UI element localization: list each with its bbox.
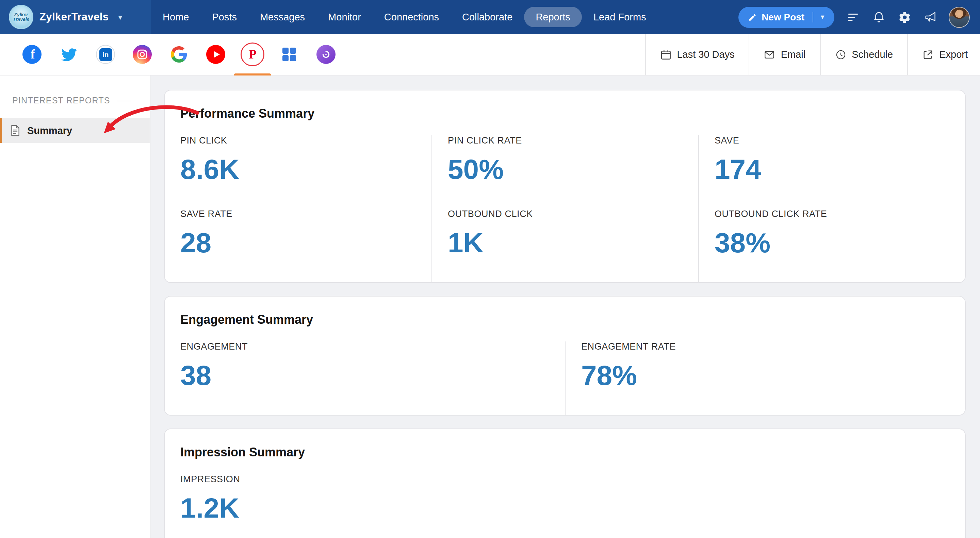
metric-pin-click-rate: PIN CLICK RATE 50% — [431, 135, 698, 209]
metric-value: 1.2K — [180, 492, 958, 524]
sidebar-item-label: Summary — [27, 125, 72, 136]
metric-engagement-rate: ENGAGEMENT RATE 78% — [565, 341, 965, 415]
brand-name: ZylkerTravels — [40, 11, 108, 23]
metric-label: PIN CLICK RATE — [448, 135, 692, 146]
metric-label: SAVE RATE — [180, 209, 425, 219]
metric-value: 78% — [581, 359, 958, 392]
metrics-grid: PIN CLICK 8.6K PIN CLICK RATE 50% SAVE 1… — [165, 135, 965, 282]
metric-label: SAVE — [714, 135, 958, 146]
nav-item-home[interactable]: Home — [151, 7, 200, 27]
metric-label: ENGAGEMENT — [180, 341, 558, 352]
mastodon-icon[interactable] — [317, 45, 336, 64]
primary-nav: Home Posts Messages Monitor Connections … — [151, 0, 658, 34]
facebook-icon[interactable]: f — [22, 45, 41, 64]
content-area: PINTEREST REPORTS Summary Performance Su… — [0, 76, 980, 538]
list-icon[interactable] — [845, 10, 860, 24]
bell-icon[interactable] — [871, 10, 886, 24]
linkedin-icon[interactable]: in — [96, 45, 115, 64]
metric-value: 1K — [448, 227, 692, 259]
export-icon — [922, 49, 934, 60]
metric-engagement: ENGAGEMENT 38 — [165, 341, 565, 415]
nav-item-monitor[interactable]: Monitor — [317, 7, 372, 27]
metric-value: 8.6K — [180, 153, 425, 186]
sidebar-item-summary[interactable]: Summary — [0, 117, 150, 143]
metric-value: 38 — [180, 359, 558, 392]
youtube-icon[interactable] — [206, 45, 225, 64]
grid-glyph — [282, 48, 296, 61]
top-navbar: Zylker Travels ZylkerTravels ▼ Home Post… — [0, 0, 980, 34]
new-post-button[interactable]: New Post ▼ — [738, 6, 834, 27]
performance-summary-card: Performance Summary PIN CLICK 8.6K PIN C… — [164, 90, 966, 283]
schedule-button[interactable]: Schedule — [820, 34, 907, 75]
schedule-label: Schedule — [852, 49, 893, 60]
card-title: Performance Summary — [165, 107, 965, 121]
chevron-down-icon[interactable]: ▼ — [818, 14, 827, 21]
email-icon — [764, 49, 775, 60]
metric-label: OUTBOUND CLICK — [448, 209, 692, 219]
google-icon[interactable] — [169, 45, 189, 64]
sidebar-section-title: PINTEREST REPORTS — [12, 96, 130, 105]
brand-logo: Zylker Travels — [9, 5, 33, 29]
channel-toolbar: f in P — [0, 34, 980, 76]
new-post-label: New Post — [762, 11, 804, 22]
instagram-icon[interactable] — [133, 45, 152, 64]
clock-icon — [835, 49, 846, 60]
report-main: Performance Summary PIN CLICK 8.6K PIN C… — [150, 76, 980, 538]
metric-value: 38% — [714, 227, 958, 259]
metric-value: 174 — [714, 153, 958, 186]
impression-summary-card: Impression Summary IMPRESSION 1.2K — [164, 428, 966, 538]
nav-item-collaborate[interactable]: Collaborate — [450, 7, 524, 27]
metrics-grid: ENGAGEMENT 38 ENGAGEMENT RATE 78% — [165, 341, 965, 415]
reports-sidebar: PINTEREST REPORTS Summary — [0, 76, 150, 538]
document-icon — [10, 124, 21, 136]
navbar-actions: New Post ▼ — [738, 6, 980, 27]
date-range-label: Last 30 Days — [677, 49, 734, 60]
metric-label: ENGAGEMENT RATE — [581, 341, 958, 352]
email-button[interactable]: Email — [749, 34, 820, 75]
brand-switcher[interactable]: Zylker Travels ZylkerTravels ▼ — [0, 0, 151, 34]
metric-impression: IMPRESSION 1.2K — [165, 474, 965, 538]
date-range-button[interactable]: Last 30 Days — [645, 34, 749, 75]
nav-item-connections[interactable]: Connections — [372, 7, 450, 27]
pinterest-icon[interactable]: P — [243, 45, 262, 64]
app-grid-icon[interactable] — [280, 45, 299, 64]
network-tabs: f in P — [0, 45, 336, 64]
nav-item-posts[interactable]: Posts — [200, 7, 248, 27]
play-glyph — [214, 51, 220, 58]
calendar-icon — [660, 49, 671, 60]
pencil-icon — [748, 13, 757, 21]
card-title: Impression Summary — [165, 446, 965, 460]
active-channel-underline — [234, 73, 271, 76]
user-avatar[interactable] — [949, 6, 970, 27]
metrics-grid: IMPRESSION 1.2K — [165, 474, 965, 538]
app-window: Zylker Travels ZylkerTravels ▼ Home Post… — [0, 0, 980, 538]
twitter-icon[interactable] — [59, 45, 78, 64]
divider — [813, 12, 813, 22]
report-actions: Last 30 Days Email Schedule Export — [645, 34, 980, 75]
metric-save-rate: SAVE RATE 28 — [165, 209, 431, 282]
metric-label: PIN CLICK — [180, 135, 425, 146]
metric-pin-click: PIN CLICK 8.6K — [165, 135, 431, 209]
brand-logo-line2: Travels — [13, 17, 30, 22]
linkedin-glyph: in — [99, 48, 112, 61]
metric-save: SAVE 174 — [698, 135, 965, 209]
metric-label: OUTBOUND CLICK RATE — [714, 209, 958, 219]
chevron-down-icon: ▼ — [117, 13, 124, 21]
metric-outbound-click-rate: OUTBOUND CLICK RATE 38% — [698, 209, 965, 282]
metric-value: 50% — [448, 153, 692, 186]
brand-logo-line1: Zylker — [14, 12, 28, 17]
metric-outbound-click: OUTBOUND CLICK 1K — [431, 209, 698, 282]
export-label: Export — [939, 49, 968, 60]
metric-value: 28 — [180, 227, 425, 259]
export-button[interactable]: Export — [907, 34, 980, 75]
nav-item-messages[interactable]: Messages — [248, 7, 317, 27]
nav-item-reports[interactable]: Reports — [524, 7, 582, 27]
engagement-summary-card: Engagement Summary ENGAGEMENT 38 ENGAGEM… — [164, 296, 966, 416]
metric-label: IMPRESSION — [180, 474, 958, 484]
gear-icon[interactable] — [897, 10, 912, 24]
megaphone-icon[interactable] — [923, 10, 938, 24]
nav-item-lead-forms[interactable]: Lead Forms — [582, 7, 658, 27]
card-title: Engagement Summary — [165, 313, 965, 327]
email-label: Email — [781, 49, 806, 60]
